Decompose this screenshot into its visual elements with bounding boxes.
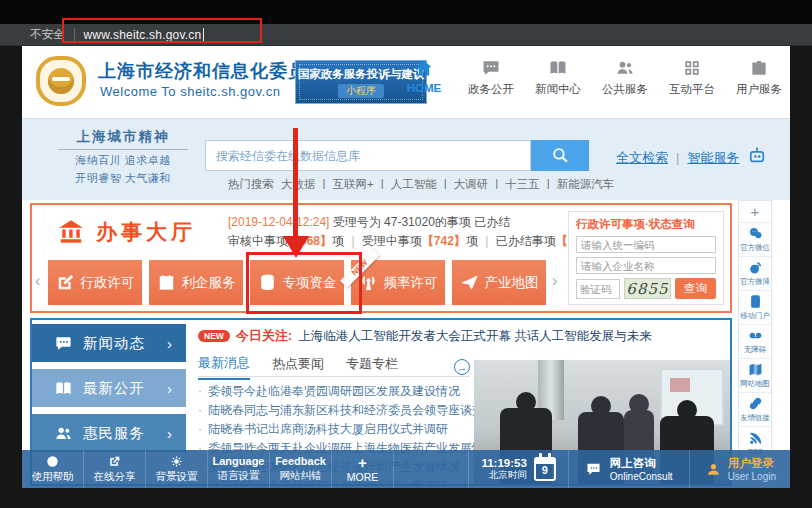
footer-help[interactable]: 使用帮助 — [22, 450, 84, 488]
service-hall-header: 办事大厅 — [56, 217, 196, 247]
service-btn-special-funds[interactable]: 专项资金 — [250, 260, 344, 305]
stat-unit: 项 — [332, 234, 344, 248]
service-hall-title: 办事大厅 — [96, 218, 196, 246]
login-label-en: User Login — [728, 471, 776, 482]
hall-ticker: [2019-12-04 12:24] 受理号为 47-31020的事项 已办结 … — [228, 213, 564, 251]
side-tool-accessibility[interactable]: 无障碍 — [739, 325, 771, 359]
sidebar-item-latest-disclosure[interactable]: 最新公开 › — [32, 369, 186, 407]
footer-share[interactable]: 在线分享 — [84, 450, 146, 488]
footer-background-settings[interactable]: 背景设置 — [146, 450, 208, 488]
briefcase-icon — [749, 58, 769, 78]
stat-label: 审核中事项 — [228, 234, 288, 248]
footer-more[interactable]: + MORE — [332, 450, 394, 488]
captcha-input[interactable] — [576, 279, 620, 299]
stat-label: 受理中事项 — [362, 234, 422, 248]
gear-icon — [170, 455, 183, 468]
wechat-icon — [748, 226, 763, 241]
carousel-right-arrow[interactable]: › — [552, 273, 557, 289]
sidebar-item-news[interactable]: 新闻动态 › — [32, 324, 186, 362]
side-tool-weibo[interactable]: 官方微博 — [739, 257, 771, 291]
side-tool-sitemap[interactable]: 网站地图 — [739, 359, 771, 393]
grid-icon — [682, 58, 702, 78]
hot-term[interactable]: 互联网+ — [333, 177, 374, 192]
service-btn-frequency-license[interactable]: NEW 频率许可 — [351, 260, 445, 305]
bottom-toolbar: 使用帮助 在线分享 背景设置 Language 语言设置 Feedback 网站… — [22, 450, 790, 488]
footer-online-consult[interactable]: 网上咨询 OnlineConsult — [568, 450, 689, 488]
news-item-text: 陆晓春同志与浦东新区科技和经济委员会领导座谈交流 — [208, 401, 476, 420]
robot-icon — [747, 146, 767, 169]
service-btn-industry-map[interactable]: 产业地图 — [452, 260, 546, 305]
nav-public-services[interactable]: 公共服务 — [600, 58, 650, 97]
footer-feedback[interactable]: Feedback 网站纠错 — [270, 450, 332, 488]
hot-separator: | — [547, 177, 550, 192]
city-spirit-block: 上海城市精神 海纳百川 追求卓越 开明睿智 大气谦和 — [58, 128, 188, 186]
links-separator: | — [676, 150, 679, 165]
smart-service-link[interactable]: 智能服务 — [687, 149, 739, 167]
more-news-arrow[interactable]: → — [454, 359, 470, 375]
consult-label-en: OnlineConsult — [610, 471, 673, 482]
sidebar-item-citizen-services[interactable]: 惠民服务 › — [32, 414, 186, 452]
address-bar[interactable]: 不安全 www.sheitc.sh.gov.cn — [0, 24, 812, 46]
nav-home[interactable]: HOME — [399, 58, 449, 97]
share-icon — [108, 455, 121, 468]
news-list-item[interactable]: ·陆晓春同志与浦东新区科技和经济委员会领导座谈交流 — [198, 401, 476, 420]
browser-window: 不安全 www.sheitc.sh.gov.cn 上海市经济和信息化委员会 We… — [0, 0, 812, 508]
hot-term[interactable]: 大数据 — [281, 177, 316, 192]
stat-separator: | — [485, 234, 488, 248]
hot-term[interactable]: 新能源汽车 — [557, 177, 615, 192]
user-icon — [706, 462, 721, 477]
clock-time: 11:19:53 — [481, 457, 526, 469]
license-status-query-panel: 行政许可事项·状态查询 6855 查询 — [568, 211, 724, 305]
nav-gov-affairs[interactable]: 政务公开 — [466, 58, 516, 97]
address-url[interactable]: www.sheitc.sh.gov.cn — [84, 28, 202, 42]
carousel-left-arrow[interactable]: ‹ — [35, 273, 40, 289]
news-list-item[interactable]: ·委领导今赴临港奉贤园调研园区发展及建设情况 — [198, 382, 476, 401]
service-hall-panel: 办事大厅 [2019-12-04 12:24] 受理号为 47-31020的事项… — [30, 203, 732, 313]
footer-language[interactable]: Language 语言设置 — [208, 450, 270, 488]
side-tool-links[interactable]: 友情链接 — [739, 393, 771, 427]
side-toolbar-expand[interactable]: + — [739, 201, 771, 223]
users-icon — [615, 58, 635, 78]
footer-user-login[interactable]: 用户登录 User Login — [689, 450, 790, 488]
service-btn-enterprise-service[interactable]: 利企服务 — [149, 260, 243, 305]
mini-program-badge: 小程序 — [338, 84, 384, 98]
chevron-right-icon: › — [167, 425, 172, 442]
bullet: · — [198, 420, 202, 439]
bullet: · — [198, 382, 202, 401]
captcha-image[interactable]: 6855 — [624, 278, 671, 299]
side-tool-mobile-portal[interactable]: 移动门户 — [739, 291, 771, 325]
weibo-icon — [748, 260, 763, 275]
ticker-line: [2019-12-04 12:24] 受理号为 47-31020的事项 已办结 — [228, 213, 564, 232]
search-input[interactable] — [205, 140, 531, 171]
hot-separator: | — [444, 177, 447, 192]
query-submit-button[interactable]: 查询 — [675, 278, 716, 299]
city-spirit-title: 上海城市精神 — [58, 128, 188, 150]
unified-code-input[interactable] — [576, 236, 716, 253]
calendar-icon[interactable]: 9 — [534, 457, 556, 481]
clock-zone: 北京时间 — [481, 469, 526, 482]
hot-term[interactable]: 人工智能 — [391, 177, 437, 192]
browser-titlebar — [0, 0, 812, 24]
company-name-input[interactable] — [576, 257, 716, 274]
nav-news-center[interactable]: 新闻中心 — [533, 58, 583, 97]
today-headline[interactable]: 上海临港人工智能开发者大会正式开幕 共话人工智能发展与未来 — [298, 328, 651, 345]
today-focus-label: 今日关注: — [236, 327, 292, 345]
fulltext-search-link[interactable]: 全文检索 — [616, 149, 668, 167]
nav-interaction-platform[interactable]: 互动平台 — [667, 58, 717, 97]
stat-label: 已办结事项 — [496, 234, 556, 248]
side-tool-wechat[interactable]: 官方微信 — [739, 223, 771, 257]
site-logo[interactable] — [36, 56, 86, 106]
chat-bubble-icon — [585, 461, 602, 478]
hot-term[interactable]: 大调研 — [454, 177, 489, 192]
query-panel-title: 行政许可事项·状态查询 — [576, 217, 716, 232]
consult-label-zh: 网上咨询 — [610, 456, 673, 471]
bullet: · — [198, 401, 202, 420]
main-nav: HOME 政务公开 新闻中心 公共服务 互动平台 — [399, 58, 784, 97]
search-button[interactable] — [531, 140, 589, 171]
hot-term[interactable]: 十三五 — [505, 177, 540, 192]
news-list-item[interactable]: ·陆晓春书记出席商汤科技大厦启用仪式并调研 — [198, 420, 476, 439]
ticker-text: 受理号为 47-31020的事项 已办结 — [333, 215, 510, 229]
service-btn-admin-license[interactable]: 行政许可 — [48, 260, 142, 305]
hot-separator: | — [381, 177, 384, 192]
nav-user-services[interactable]: 用户服务 — [734, 58, 784, 97]
